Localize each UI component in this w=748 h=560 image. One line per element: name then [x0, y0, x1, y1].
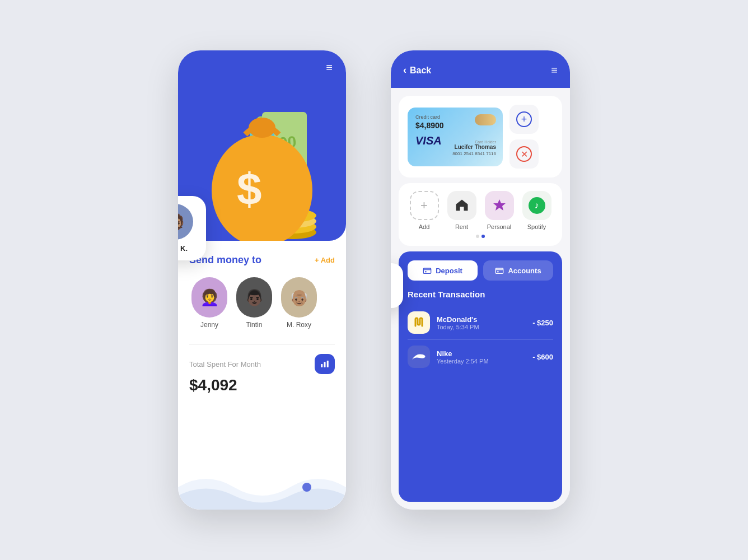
netflix-card: N — [391, 263, 403, 308]
nike-time: Yesterday 2:54 PM — [437, 358, 526, 365]
x-icon: ✕ — [516, 146, 532, 162]
paul-avatar: 🧔🏽 — [178, 204, 193, 240]
card-actions: + ✕ — [509, 105, 539, 169]
add-card-btn[interactable]: + — [509, 105, 539, 134]
category-dots — [405, 235, 555, 238]
nike-logo — [408, 346, 430, 368]
back-chevron-icon: ‹ — [403, 64, 406, 76]
svg-rect-15 — [327, 361, 329, 367]
personal-category-icon — [485, 191, 514, 220]
back-button[interactable]: ‹ Back — [403, 64, 431, 76]
total-spent-amount: $4,092 — [189, 376, 335, 394]
nike-name: Nike — [437, 349, 526, 358]
bottom-section: Send money to + Add 👩‍🦱 Jenny 👨🏿 Tintin … — [178, 241, 346, 510]
category-personal[interactable]: Personal — [485, 191, 514, 230]
svg-rect-20 — [496, 268, 503, 273]
card-section: Credit card $4,8900 VISA Card Holder Luc… — [399, 96, 562, 178]
spotify-category-label: Spotify — [527, 223, 546, 230]
stats-icon — [320, 359, 330, 369]
jenny-avatar: 👩‍🦱 — [191, 277, 227, 318]
nike-amount: - $600 — [532, 353, 553, 361]
money-bag-area: 100 $ $ — [189, 78, 335, 241]
category-spotify[interactable]: ♪ Spotify — [522, 191, 551, 230]
svg-rect-14 — [324, 362, 326, 367]
mcdonalds-name: McDonald's — [437, 315, 526, 324]
mcdonalds-amount: - $250 — [532, 319, 553, 327]
plus-icon: + — [516, 111, 532, 127]
deposit-icon — [423, 266, 432, 275]
svg-text:$: $ — [237, 164, 262, 214]
spotify-icon: ♪ — [529, 197, 545, 214]
transaction-nike[interactable]: Nike Yesterday 2:54 PM - $600 — [408, 340, 553, 374]
svg-rect-18 — [423, 268, 431, 273]
money-bag-svg: 100 $ $ — [189, 84, 335, 241]
accounts-label: Accounts — [508, 267, 541, 275]
category-rent[interactable]: Rent — [447, 191, 476, 230]
svg-point-16 — [302, 483, 311, 492]
deposit-accounts-row: Deposit Accounts — [408, 260, 553, 281]
roxy-avatar: 👴🏽 — [281, 277, 317, 318]
paul-card: 🧔🏽 Paul K. — [178, 196, 206, 260]
card-number: 8001 2541 8541 7116 — [452, 151, 496, 156]
total-spent-icon[interactable] — [315, 354, 335, 374]
deposit-button[interactable]: Deposit — [408, 260, 478, 281]
house-icon — [454, 198, 470, 213]
contacts-row: 👩‍🦱 Jenny 👨🏿 Tintin 👴🏽 M. Roxy — [189, 277, 335, 329]
contact-jenny[interactable]: 👩‍🦱 Jenny — [191, 277, 227, 329]
total-spent-label-text: Total Spent For Month — [189, 360, 261, 368]
svg-marker-17 — [493, 199, 506, 211]
card-holder-name: Lucifer Thomas — [452, 144, 496, 150]
wave-svg — [178, 465, 346, 510]
mcdonalds-time: Today, 5:34 PM — [437, 324, 526, 330]
nike-info: Nike Yesterday 2:54 PM — [437, 349, 526, 365]
category-add[interactable]: + Add — [410, 191, 439, 230]
categories-section: + Add Rent — [399, 183, 562, 246]
left-phone: 🧔🏽 Paul K. ≡ 100 — [178, 50, 346, 510]
card-holder-label: Card Holder — [452, 140, 496, 144]
right-phone-header: ‹ Back ≡ — [391, 50, 570, 88]
mcdonalds-arches-icon — [412, 316, 426, 329]
personal-category-label: Personal — [487, 223, 511, 230]
svg-rect-19 — [425, 271, 427, 272]
mcdonalds-info: McDonald's Today, 5:34 PM — [437, 315, 526, 330]
tintin-name: Tintin — [246, 321, 263, 329]
right-phone: N ‹ Back ≡ Credit card $4,8900 VISA Card… — [391, 50, 570, 510]
menu-icon[interactable]: ≡ — [326, 62, 334, 73]
right-phone-body: Credit card $4,8900 VISA Card Holder Luc… — [391, 88, 570, 510]
svg-rect-21 — [497, 271, 499, 272]
svg-rect-13 — [321, 364, 322, 367]
roxy-name: M. Roxy — [287, 321, 311, 329]
remove-card-btn[interactable]: ✕ — [509, 139, 539, 169]
rent-category-label: Rent — [455, 223, 468, 230]
add-contact-btn[interactable]: + Add — [315, 256, 335, 264]
dot-2 — [481, 235, 485, 238]
blue-bottom-section: Deposit Accounts Recent Transaction — [399, 251, 562, 502]
back-label: Back — [410, 66, 431, 76]
screens-container: 🧔🏽 Paul K. ≡ 100 — [178, 50, 570, 510]
spotify-category-icon: ♪ — [522, 191, 551, 220]
recent-transaction-title: Recent Transaction — [408, 290, 553, 299]
mcdonalds-logo — [408, 311, 430, 334]
tintin-avatar: 👨🏿 — [236, 277, 272, 318]
card-chip — [475, 114, 496, 125]
add-category-icon: + — [410, 191, 439, 220]
right-menu-icon[interactable]: ≡ — [551, 64, 558, 77]
jenny-name: Jenny — [200, 321, 218, 329]
rent-category-icon — [447, 191, 476, 220]
categories-row: + Add Rent — [405, 191, 555, 230]
accounts-button[interactable]: Accounts — [483, 260, 553, 281]
card-holder-section: Card Holder Lucifer Thomas 8001 2541 854… — [452, 140, 496, 156]
send-money-header: Send money to + Add — [189, 254, 335, 266]
accounts-icon — [495, 266, 504, 275]
credit-card: Credit card $4,8900 VISA Card Holder Luc… — [408, 108, 503, 166]
contact-roxy[interactable]: 👴🏽 M. Roxy — [281, 277, 317, 329]
nike-swoosh-icon — [412, 353, 426, 361]
deposit-label: Deposit — [436, 267, 462, 275]
add-category-label: Add — [419, 223, 430, 230]
svg-point-12 — [249, 118, 275, 138]
total-spent-label-row: Total Spent For Month — [189, 354, 335, 374]
transaction-mcdonalds[interactable]: McDonald's Today, 5:34 PM - $250 — [408, 306, 553, 340]
dot-1 — [476, 235, 479, 238]
contact-tintin[interactable]: 👨🏿 Tintin — [236, 277, 272, 329]
star-icon — [492, 198, 507, 213]
